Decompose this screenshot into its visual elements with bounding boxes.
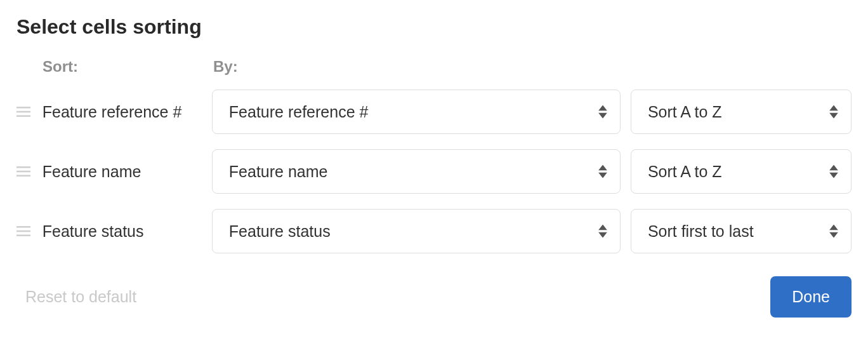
sort-order-select[interactable]: Sort first to last <box>631 209 852 253</box>
sort-field-value: Feature status <box>229 222 331 241</box>
svg-marker-20 <box>829 232 838 238</box>
sort-row-label: Feature name <box>43 163 212 181</box>
svg-rect-16 <box>16 234 30 236</box>
svg-rect-0 <box>16 107 30 109</box>
sort-field-select[interactable]: Feature reference # <box>212 90 621 134</box>
sort-order-select[interactable]: Sort A to Z <box>631 149 852 194</box>
sort-field-value: Feature reference # <box>229 103 369 121</box>
svg-marker-6 <box>829 113 838 119</box>
drag-handle-icon[interactable] <box>16 226 43 236</box>
sort-order-value: Sort A to Z <box>648 163 722 181</box>
svg-rect-2 <box>16 115 30 117</box>
svg-rect-7 <box>16 166 30 168</box>
done-button[interactable]: Done <box>770 276 852 318</box>
drag-handle-icon[interactable] <box>16 107 43 117</box>
drag-handle-icon[interactable] <box>16 166 43 177</box>
sort-order-value: Sort A to Z <box>648 103 722 121</box>
select-arrows-icon <box>598 225 607 238</box>
svg-marker-10 <box>598 165 607 171</box>
select-arrows-icon <box>598 165 607 178</box>
sort-row: Feature name Feature name Sort A to Z <box>16 149 852 194</box>
svg-rect-14 <box>16 226 30 228</box>
svg-rect-9 <box>16 175 30 177</box>
sort-row-label: Feature status <box>43 222 212 241</box>
svg-marker-3 <box>598 105 607 111</box>
reset-to-default-link[interactable]: Reset to default <box>25 288 136 306</box>
header-by-label: By: <box>213 58 238 76</box>
select-arrows-icon <box>598 105 607 119</box>
panel-title: Select cells sorting <box>16 15 852 39</box>
sort-row-label: Feature reference # <box>43 103 212 121</box>
select-arrows-icon <box>829 105 838 119</box>
sort-row: Feature reference # Feature reference # … <box>16 90 852 134</box>
svg-marker-19 <box>829 225 838 231</box>
svg-marker-4 <box>598 113 607 119</box>
svg-marker-11 <box>598 173 607 178</box>
svg-marker-5 <box>829 105 838 111</box>
sort-settings-panel: Select cells sorting Sort: By: Feature r… <box>0 0 868 330</box>
sort-field-select[interactable]: Feature name <box>212 149 621 194</box>
sort-order-value: Sort first to last <box>648 222 754 241</box>
svg-rect-1 <box>16 111 30 113</box>
svg-marker-13 <box>829 173 838 178</box>
sort-row: Feature status Feature status Sort first… <box>16 209 852 253</box>
svg-rect-15 <box>16 231 30 232</box>
sort-field-select[interactable]: Feature status <box>212 209 621 253</box>
select-arrows-icon <box>829 225 838 238</box>
select-arrows-icon <box>829 165 838 178</box>
svg-marker-12 <box>829 165 838 171</box>
sort-field-value: Feature name <box>229 163 328 181</box>
svg-rect-8 <box>16 171 30 173</box>
header-sort-label: Sort: <box>16 58 213 76</box>
sort-order-select[interactable]: Sort A to Z <box>631 90 852 134</box>
column-headers: Sort: By: <box>16 58 852 76</box>
panel-footer: Reset to default Done <box>16 276 852 318</box>
svg-marker-18 <box>598 232 607 238</box>
svg-marker-17 <box>598 225 607 231</box>
